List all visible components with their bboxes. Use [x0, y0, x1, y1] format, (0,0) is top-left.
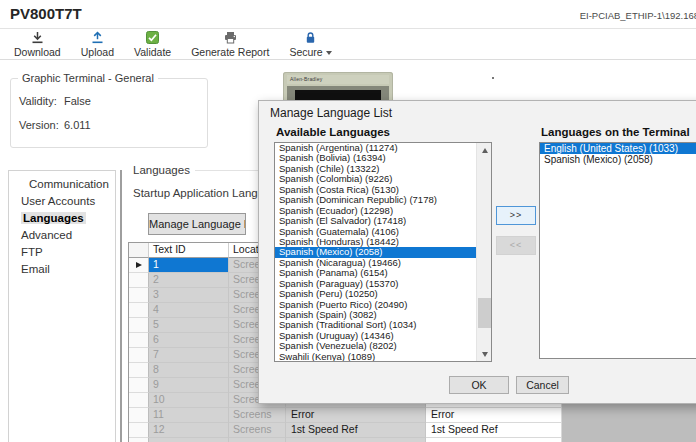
sidebar-item-communication[interactable]: Communication [9, 176, 115, 193]
page-title: PV800T7T [10, 5, 82, 22]
available-language-option[interactable]: Spanish (Bolivia) (16394) [275, 153, 476, 163]
row-header-cell[interactable] [129, 438, 149, 442]
text-id-cell[interactable]: 5 [149, 318, 229, 333]
text-id-cell[interactable]: 8 [149, 363, 229, 378]
table-row [129, 438, 696, 442]
text-id-column-header[interactable]: Text ID [149, 243, 229, 258]
validity-label: Validity: [19, 95, 57, 107]
lock-icon [304, 31, 317, 45]
validate-button[interactable]: Validate [124, 29, 181, 60]
available-language-option[interactable]: Swahili (Kenya) (1089) [275, 352, 476, 362]
generate-report-button[interactable]: Generate Report [181, 29, 279, 60]
row-header-cell[interactable] [129, 363, 149, 378]
available-language-option[interactable]: Spanish (Peru) (10250) [275, 289, 476, 299]
text-id-cell[interactable]: 2 [149, 273, 229, 288]
ok-button[interactable]: OK [449, 376, 509, 394]
text-id-cell[interactable]: 7 [149, 348, 229, 363]
text-id-cell[interactable] [149, 438, 229, 442]
current-row-arrow-icon [136, 262, 142, 268]
available-language-option[interactable]: Spanish (Chile) (13322) [275, 164, 476, 174]
available-language-option[interactable]: Spanish (Traditional Sort) (1034) [275, 320, 476, 330]
translated-text-cell[interactable]: Error [426, 408, 562, 423]
manage-language-list-dialog: Manage Language List Available Languages… [258, 100, 696, 404]
text-id-cell[interactable]: 12 [149, 423, 229, 438]
available-language-option[interactable]: Spanish (Costa Rica) (5130) [275, 185, 476, 195]
row-header-cell[interactable] [129, 393, 149, 408]
validate-check-icon [146, 31, 159, 45]
default-text-cell[interactable] [286, 438, 426, 442]
text-id-cell[interactable]: 9 [149, 378, 229, 393]
generate-report-label: Generate Report [191, 46, 269, 58]
dialog-title: Manage Language List [270, 106, 392, 120]
available-language-option[interactable]: Spanish (Panama) (6154) [275, 268, 476, 278]
sidebar-item-label: FTP [21, 246, 43, 258]
row-header-cell[interactable] [129, 423, 149, 438]
row-header-cell[interactable] [129, 378, 149, 393]
sidebar-item-email[interactable]: Email [9, 261, 115, 278]
upload-button[interactable]: Upload [71, 29, 124, 60]
sidebar-item-user-accounts[interactable]: User Accounts [9, 193, 115, 210]
title-bar: PV800T7T EI-PCIAB_ETHIP-1\192.168 [0, 0, 696, 29]
available-language-option[interactable]: Spanish (Nicaragua) (19466) [275, 258, 476, 268]
available-language-option[interactable]: Spanish (Mexico) (2058) [275, 247, 476, 257]
available-language-option[interactable]: Spanish (Puerto Rico) (20490) [275, 300, 476, 310]
text-id-cell[interactable]: 3 [149, 288, 229, 303]
text-id-cell[interactable]: 4 [149, 303, 229, 318]
row-header-cell[interactable] [129, 258, 149, 273]
default-text-cell[interactable]: Error [286, 408, 426, 423]
row-header-cell[interactable] [129, 288, 149, 303]
row-header-cell[interactable] [129, 273, 149, 288]
location-cell[interactable] [229, 438, 286, 442]
available-languages-items: Spanish (Argentina) (11274)Spanish (Boli… [275, 143, 476, 362]
scroll-up-icon[interactable] [477, 143, 492, 157]
pane-splitter[interactable] [120, 170, 122, 442]
available-language-option[interactable]: Spanish (Ecuador) (12298) [275, 206, 476, 216]
default-text-cell[interactable]: 1st Speed Ref [286, 423, 426, 438]
location-cell[interactable]: Screens [229, 423, 286, 438]
sidebar-item-label: User Accounts [21, 195, 95, 207]
translated-text-cell[interactable]: 1st Speed Ref [426, 423, 562, 438]
row-header-cell[interactable] [129, 408, 149, 423]
text-id-cell[interactable]: 1 [149, 258, 229, 273]
secure-label: Secure [289, 46, 322, 58]
manage-language-list-button[interactable]: Manage Language List [148, 213, 246, 235]
terminal-languages-list: English (United States) (1033)Spanish (M… [539, 142, 696, 359]
row-header-cell[interactable] [129, 303, 149, 318]
sidebar-item-advanced[interactable]: Advanced [9, 227, 115, 244]
available-language-option[interactable]: Spanish (El Salvador) (17418) [275, 216, 476, 226]
row-header-cell[interactable] [129, 333, 149, 348]
text-id-cell[interactable]: 10 [149, 393, 229, 408]
available-language-option[interactable]: Spanish (Dominican Republic) (7178) [275, 195, 476, 205]
cancel-button[interactable]: Cancel [516, 376, 569, 394]
add-language-button[interactable]: >> [496, 206, 536, 225]
available-language-option[interactable]: Spanish (Honduras) (18442) [275, 237, 476, 247]
scrollbar-thumb[interactable] [478, 298, 491, 328]
version-label: Version: [19, 119, 59, 131]
sidebar-item-languages[interactable]: Languages [9, 210, 115, 227]
row-header-cell[interactable] [129, 318, 149, 333]
available-language-option[interactable]: Spanish (Guatemala) (4106) [275, 227, 476, 237]
available-language-option[interactable]: Spanish (Argentina) (11274) [275, 143, 476, 153]
available-list-scrollbar[interactable] [476, 143, 491, 361]
row-header-cell[interactable] [129, 348, 149, 363]
translated-text-cell[interactable] [426, 438, 562, 442]
languages-section-legend: Languages [133, 164, 190, 176]
text-id-cell[interactable]: 6 [149, 333, 229, 348]
download-button[interactable]: Download [4, 29, 71, 60]
available-languages-list: Spanish (Argentina) (11274)Spanish (Boli… [274, 142, 492, 362]
toolbar: Download Upload Validate Generate Report [0, 29, 696, 60]
terminal-language-option[interactable]: Spanish (Mexico) (2058) [540, 154, 696, 165]
sidebar-item-ftp[interactable]: FTP [9, 244, 115, 261]
available-language-option[interactable]: Spanish (Paraguay) (15370) [275, 279, 476, 289]
available-language-option[interactable]: Spanish (Colombia) (9226) [275, 174, 476, 184]
secure-menu-button[interactable]: Secure [279, 29, 341, 60]
location-cell[interactable]: Screens [229, 408, 286, 423]
table-row: 12Screens1st Speed Ref1st Speed Ref [129, 423, 696, 438]
scroll-down-icon[interactable] [477, 347, 492, 361]
remove-language-button[interactable]: << [496, 236, 536, 255]
available-language-option[interactable]: Spanish (Venezuela) (8202) [275, 341, 476, 351]
terminal-language-option[interactable]: English (United States) (1033) [540, 143, 696, 154]
available-language-option[interactable]: Spanish (Spain) (3082) [275, 310, 476, 320]
text-id-cell[interactable]: 11 [149, 408, 229, 423]
available-language-option[interactable]: Spanish (Uruguay) (14346) [275, 331, 476, 341]
